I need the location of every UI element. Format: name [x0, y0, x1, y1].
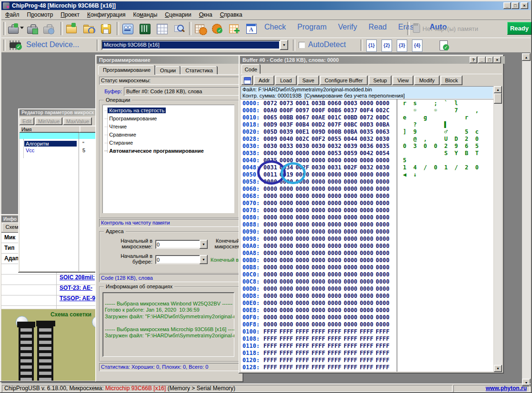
ready-status-button[interactable]: Ready [507, 22, 532, 35]
check-blank-panel[interactable]: Контроль на чистоту памяти [99, 219, 240, 227]
hex-row-0098[interactable]: 0098:00000000000000000000000000000000 [242, 236, 490, 243]
preset-4-button[interactable]: {4} [412, 39, 422, 52]
hex-row-0088[interactable]: 0088:00000000000000000000000000000000 [242, 221, 490, 228]
hex-row-0010[interactable]: 0010:006500BB006700AE001C00BD007200DCe g… [242, 114, 490, 121]
operation-log[interactable]: ------ Выбрана микросхема Winbond W25Q32… [102, 292, 234, 357]
file-save-icon[interactable] [100, 22, 112, 35]
device-panel-icon[interactable] [121, 22, 134, 35]
phyton-link[interactable]: www.phyton.ru [486, 385, 527, 392]
scroll-down-icon[interactable]: ▼ [494, 365, 502, 372]
view-mode-icon[interactable] [241, 76, 253, 85]
modify-button[interactable]: Modify [414, 76, 439, 85]
hex-dump[interactable]: 0000:007200730001003B0060000300000000r s… [241, 99, 493, 372]
hex-row-00A0[interactable]: 00A0:00000000000000000000000000000000 [242, 243, 490, 250]
editor-window-title[interactable]: Редактор параметров микросх [20, 109, 100, 116]
block-button[interactable]: Block [441, 76, 463, 85]
save-button[interactable]: Save [298, 76, 319, 85]
tab-programming[interactable]: Программирование [98, 65, 155, 75]
project-options-icon[interactable] [42, 22, 55, 35]
scroll-up-icon[interactable]: ▲ [522, 53, 531, 61]
hex-row-0128[interactable]: 0128:FFFFFFFFFFFFFFFFFFFFFFFFFFFFFFFF [242, 364, 490, 371]
hex-row-0020[interactable]: 0020:005D003900E1009D000B00BA00350063] 9… [242, 128, 490, 136]
column-header-name[interactable]: Имя [20, 126, 81, 133]
configure-buffer-button[interactable]: Configure Buffer [320, 76, 368, 85]
add-buffer-icon[interactable] [228, 22, 241, 35]
operation-item[interactable]: ··Сравнение [102, 131, 234, 139]
hex-row-0108[interactable]: 0108:FFFFFFFFFFFFFFFFFFFFFFFFFFFFFFFF [242, 335, 490, 343]
view-button[interactable]: View [392, 76, 413, 85]
hex-row-0030[interactable]: 0030:003000330030003000320039003600350 3… [242, 143, 490, 150]
minimize-button[interactable]: _ [503, 2, 511, 9]
hex-row-00C8[interactable]: 00C8:00000000000000000000000000000000 [242, 278, 490, 285]
operation-item[interactable]: ··Автоматическое программирование [102, 147, 234, 155]
hex-row-00A8[interactable]: 00A8:00000000000000000000000000000000 [242, 250, 490, 257]
menu-item[interactable]: Файл [1, 10, 23, 20]
hex-row-0078[interactable]: 0078:00000000000000000000000000000000 [242, 207, 490, 214]
scroll-up-icon[interactable]: ▲ [494, 86, 502, 93]
buffer-maximize-button[interactable]: □ [486, 57, 493, 63]
tab-options[interactable]: Опции [155, 66, 181, 75]
load-button[interactable]: Load [275, 76, 296, 85]
code-region-link[interactable]: Code (128 KB), слова [101, 275, 153, 281]
addr-start-buf-combobox[interactable]: 0 ▼ [155, 255, 208, 264]
hex-row-0120[interactable]: 0120:FFFFFFFFFFFFFFFFFFFFFFFFFFFFFFFF [242, 357, 490, 364]
project-save-icon[interactable] [26, 22, 39, 35]
close-button[interactable]: × [521, 2, 528, 9]
hex-row-0018[interactable]: 0018:00D9003F00B400D2007F00BC00D300BA ? … [242, 121, 490, 128]
adapter-link[interactable]: SOT-23: AE- [60, 285, 92, 291]
chevron-down-icon[interactable]: ▼ [280, 40, 288, 50]
operation-item[interactable]: ··Стирание [102, 139, 234, 147]
preset-3-button[interactable]: {3} [397, 39, 407, 52]
addr-button[interactable]: Addr [254, 76, 274, 85]
hex-row-00D0[interactable]: 00D0:00000000000000000000000000000000 [242, 285, 490, 293]
hex-row-0060[interactable]: 0060:00000000000000000000000000000000 [242, 186, 490, 193]
parameter-row[interactable]: Vcc5 [24, 147, 36, 154]
menu-item[interactable]: Просмотр [23, 10, 57, 20]
hex-row-0000[interactable]: 0000:007200730001003B0060000300000000r s… [242, 100, 490, 107]
hex-row-0038[interactable]: 0038:00000000000000000053005900420054 S … [242, 150, 490, 157]
search-icon[interactable] [173, 22, 185, 35]
adapter-link[interactable]: SOIC 208mil: [60, 274, 95, 281]
command-verify[interactable]: Verify [338, 23, 357, 31]
parameter-row[interactable]: Алгоритм" [24, 141, 77, 147]
buffer-minimize-button[interactable]: _ [478, 57, 486, 63]
preset-1-button[interactable]: {1} [366, 39, 377, 52]
hex-row-00D8[interactable]: 00D8:00000000000000000000000000000000 [242, 293, 490, 300]
buffer-close-button[interactable]: × [493, 57, 501, 63]
command-read[interactable]: Read [369, 23, 387, 31]
editor-edit-button[interactable]: Edit [20, 118, 34, 125]
script-check-icon[interactable]: ✓ [438, 39, 450, 51]
operation-item[interactable]: ··Чтение [102, 123, 234, 131]
hex-row-00B8[interactable]: 00B8:00000000000000000000000000000000 [242, 264, 490, 271]
hex-row-0080[interactable]: 0080:00000000000000000000000000000000 [242, 214, 490, 221]
tab-code[interactable]: Code [241, 64, 261, 74]
hex-row-0070[interactable]: 0070:00000000000000000000000000000000 [242, 200, 490, 207]
menu-item[interactable]: Справка [216, 10, 246, 20]
hex-row-00C0[interactable]: 00C0:00000000000000000000000000000000 [242, 271, 490, 278]
hex-row-00F8[interactable]: 00F8:00000000000000000000000000000000 [242, 321, 490, 328]
autoprogramming-config-icon[interactable]: ✓ [211, 22, 223, 35]
tab-statistics[interactable]: Статистика [181, 66, 218, 75]
chevron-down-icon[interactable]: ▼ [200, 240, 208, 249]
operation-item[interactable]: ··Контроль на стертость [102, 107, 234, 115]
device-combobox[interactable]: Microchip 93C66B [x16] ▼ [101, 40, 288, 50]
menu-item[interactable]: Конфигурация [83, 10, 130, 20]
buffer-vertical-scrollbar[interactable]: ▲ ▼ [494, 86, 502, 372]
file-reload-icon[interactable] [82, 22, 95, 35]
hex-row-0100[interactable]: 0100:FFFFFFFFFFFFFFFFFFFFFFFFFFFFFFFF [242, 328, 490, 335]
autodetect-checkbox[interactable] [299, 42, 305, 48]
hex-row-00F0[interactable]: 00F0:00000000000000000000000000000000 [242, 314, 490, 321]
programming-window-title[interactable]: Программирование [97, 56, 244, 64]
menu-item[interactable]: Сценарии [161, 10, 195, 20]
hex-row-00B0[interactable]: 00B0:00000000000000000000000000000000 [242, 257, 490, 264]
select-device-button[interactable]: Select Device... [26, 40, 79, 49]
command-program[interactable]: Program [297, 23, 326, 31]
hex-row-00E8[interactable]: 00E8:00000000000000000000000000000000 [242, 307, 490, 314]
chevron-down-icon[interactable]: ▼ [200, 255, 208, 264]
buffer-grid-icon[interactable] [156, 22, 168, 35]
maximize-button[interactable]: □ [512, 2, 519, 9]
window-font-icon[interactable]: A [245, 22, 258, 35]
hex-row-0008[interactable]: 0008:00A0000F0097000F00B6003700F4002C ☼ … [242, 107, 490, 114]
help-button[interactable]: ? [470, 57, 477, 63]
menu-item[interactable]: Окна [195, 10, 216, 20]
